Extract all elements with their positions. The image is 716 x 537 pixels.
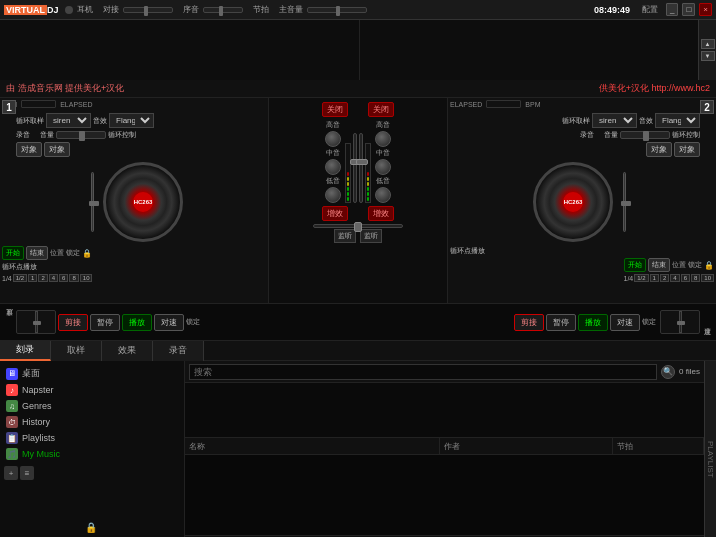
info-bar: 由 浩成音乐网 提供美化+汉化 供美化+汉化 http://www.hc2 — [0, 80, 716, 98]
deck1-transport: 速度 剪接 暂停 播放 对速 锁定 — [0, 308, 268, 336]
mixer-boost-btn-left[interactable]: 增效 — [322, 206, 348, 221]
deck1-pitch-slider[interactable] — [85, 167, 99, 237]
deck1-loop-6[interactable]: 6 — [59, 274, 68, 282]
deck1-loop-2[interactable]: 2 — [38, 274, 47, 282]
mixer-high-knob-right[interactable] — [375, 131, 391, 147]
deck2-effect-label: 音效 — [639, 116, 653, 126]
deck2-row2: 录音 音量 循环控制 — [450, 130, 714, 140]
minimize-button[interactable]: _ — [666, 3, 678, 16]
sidebar-item-mymusic[interactable]: 🎵 My Music — [4, 446, 180, 462]
deck2-turntable[interactable]: HC263 — [533, 162, 613, 242]
tab-effects[interactable]: 效果 — [102, 341, 153, 361]
mixer-close-btn-2[interactable]: 关闭 — [368, 102, 394, 117]
deck2-loop-1[interactable]: 1 — [650, 274, 659, 282]
deck1-loop-8[interactable]: 8 — [69, 274, 78, 282]
deck2-loop-2[interactable]: 2 — [660, 274, 669, 282]
mixer-fader-left[interactable] — [353, 133, 357, 203]
deck1-pause-btn[interactable]: 暂停 — [90, 314, 120, 331]
deck2-loop-6[interactable]: 6 — [681, 274, 690, 282]
deck2-turntable-area: HC263 — [450, 159, 714, 244]
deck2-loop-10[interactable]: 10 — [701, 274, 714, 282]
deck2-loop-4[interactable]: 4 — [670, 274, 679, 282]
tab-audio[interactable]: 录音 — [153, 341, 204, 361]
sidebar-item-playlists[interactable]: 📋 Playlists — [4, 430, 180, 446]
deck1-target2-btn[interactable]: 对象 — [44, 142, 70, 157]
deck1-target1-btn[interactable]: 对象 — [16, 142, 42, 157]
mixer-low-knob-left[interactable] — [325, 187, 341, 203]
deck2-pause-btn[interactable]: 暂停 — [546, 314, 576, 331]
browser-list-area — [185, 383, 704, 437]
close-button[interactable]: × — [699, 3, 712, 16]
browser-column-headers: 名称 作者 节拍 — [185, 437, 704, 455]
deck1-volume-slider[interactable] — [56, 131, 106, 139]
deck2-match-btn[interactable]: 对速 — [610, 314, 640, 331]
sidebar-item-history[interactable]: ⏱ History — [4, 414, 180, 430]
mixer-crossfader[interactable] — [313, 224, 403, 228]
deck1-flanger-select[interactable]: Flanger — [109, 113, 154, 128]
tab-record[interactable]: 刻录 — [0, 341, 51, 361]
mixer-high-knob-left[interactable] — [325, 131, 341, 147]
sidebar-item-desktop[interactable]: 🖥 桌面 — [4, 365, 180, 382]
playlist-vertical-label: PLAYLIST — [706, 441, 715, 478]
browser-search-icon[interactable]: 🔍 — [661, 365, 675, 379]
mixer-boost-btn-right[interactable]: 增效 — [368, 206, 394, 221]
deck1-cut-btn[interactable]: 剪接 — [58, 314, 88, 331]
browser-col-name: 名称 — [185, 438, 440, 454]
deck2-play-btn[interactable]: 播放 — [578, 314, 608, 331]
deck2-siren-select[interactable]: siren — [592, 113, 637, 128]
deck1-loop-point-label: 循环点播放 — [2, 262, 37, 272]
sidebar-item-napster-label: Napster — [22, 385, 54, 395]
deck1-speed-slider[interactable] — [16, 310, 56, 334]
sidebar-item-napster[interactable]: ♪ Napster — [4, 382, 180, 398]
deck2-loop-8[interactable]: 8 — [691, 274, 700, 282]
mixer-monitor-right-btn[interactable]: 监听 — [360, 229, 382, 243]
deck1-loop-1[interactable]: 1 — [28, 274, 37, 282]
deck1-loop-4[interactable]: 4 — [49, 274, 58, 282]
deck1-row2: 录音 音量 循环控制 — [2, 130, 266, 140]
browser-search-input[interactable] — [189, 364, 657, 380]
mixer-mid-knob-right[interactable] — [375, 159, 391, 175]
mixer-close-row: 关闭 关闭 — [271, 102, 445, 117]
mixer-fader-right[interactable] — [359, 133, 363, 203]
deck1-match-btn[interactable]: 对速 — [154, 314, 184, 331]
deck1-end-btn[interactable]: 结束 — [26, 246, 48, 260]
deck1-number: 1 — [2, 100, 16, 114]
browser-col-bpm: 节拍 — [613, 438, 704, 454]
deck2-bpm-label: BPM — [525, 101, 540, 108]
sidebar-special-icon-2[interactable]: ≡ — [20, 466, 34, 480]
maximize-button[interactable]: □ — [682, 3, 695, 16]
deck2-turntable-label: HC263 — [563, 192, 583, 212]
deck2-loop-1-2[interactable]: 1/2 — [634, 274, 648, 282]
sidebar-special-icon-1[interactable]: + — [4, 466, 18, 480]
deck2-pitch-slider[interactable] — [617, 167, 631, 237]
deck2-loop-frac-row: 1/4 1/2 1 2 4 6 8 10 — [450, 274, 714, 282]
preview-btn-1[interactable]: ▲ — [701, 39, 715, 49]
mixer-mid-left: 中音 — [326, 148, 340, 158]
deck2-start-btn[interactable]: 开始 — [624, 258, 646, 272]
deck2-cut-btn[interactable]: 剪接 — [514, 314, 544, 331]
mixer-mid-knob-left[interactable] — [325, 159, 341, 175]
deck2-target1-btn[interactable]: 对象 — [646, 142, 672, 157]
genres-icon: ♫ — [6, 400, 18, 412]
mixer-monitor-left-btn[interactable]: 监听 — [334, 229, 356, 243]
sidebar-item-genres[interactable]: ♫ Genres — [4, 398, 180, 414]
deck1-start-btn[interactable]: 开始 — [2, 246, 24, 260]
deck2-flanger-select[interactable]: Flanger — [655, 113, 700, 128]
deck1-siren-select[interactable]: siren — [46, 113, 91, 128]
mixer-close-btn-1[interactable]: 关闭 — [322, 102, 348, 117]
mixer-low-knob-right[interactable] — [375, 187, 391, 203]
deck1-lock-transport-label: 锁定 — [186, 317, 200, 327]
deck1-loop-10[interactable]: 10 — [80, 274, 93, 282]
preview-btn-2[interactable]: ▼ — [701, 51, 715, 61]
deck2-end-btn[interactable]: 结束 — [648, 258, 670, 272]
deck2-volume-slider[interactable] — [620, 131, 670, 139]
deck2-speed-slider[interactable] — [660, 310, 700, 334]
deck1-play-btn[interactable]: 播放 — [122, 314, 152, 331]
deck2-target2-btn[interactable]: 对象 — [674, 142, 700, 157]
deck1-turntable[interactable]: HC263 — [103, 162, 183, 242]
mixer-boost-row: 增效 增效 — [322, 206, 394, 221]
top-bar: VIRTUALDJ 耳机 对接 序音 节拍 主音量 08:49:49 配置 _ … — [0, 0, 716, 20]
deck1-loop-1-2[interactable]: 1/2 — [13, 274, 27, 282]
browser-search-row: 🔍 0 files — [185, 361, 704, 383]
tab-sample[interactable]: 取样 — [51, 341, 102, 361]
